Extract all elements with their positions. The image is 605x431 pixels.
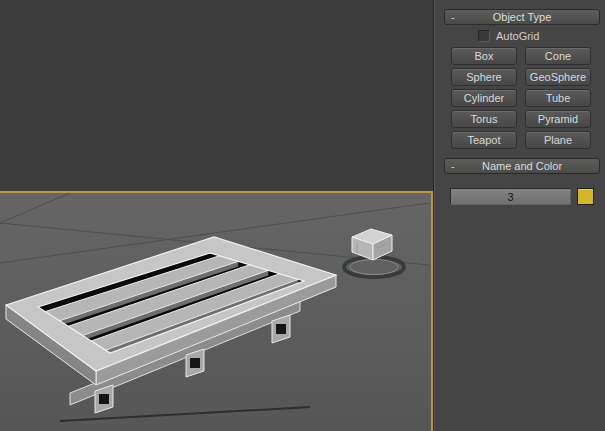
name-color-rollout-title: Name and Color (482, 160, 562, 172)
box-button[interactable]: Box (451, 47, 517, 65)
sphere-button[interactable]: Sphere (451, 68, 517, 86)
pyramid-button[interactable]: Pyramid (525, 110, 591, 128)
command-panel: - Object Type AutoGrid Box Cone Sphere G… (433, 0, 605, 431)
object-name-input[interactable] (450, 188, 571, 205)
viewport-scene (0, 193, 429, 431)
tube-button[interactable]: Tube (525, 89, 591, 107)
torus-button[interactable]: Torus (451, 110, 517, 128)
autogrid-label: AutoGrid (496, 30, 539, 42)
geosphere-button[interactable]: GeoSphere (525, 68, 591, 86)
object-color-swatch[interactable] (577, 188, 594, 205)
teapot-button[interactable]: Teapot (451, 131, 517, 149)
top-viewport-area[interactable] (0, 0, 433, 191)
autogrid-row: AutoGrid (478, 29, 539, 42)
plane-button[interactable]: Plane (525, 131, 591, 149)
cylinder-button[interactable]: Cylinder (451, 89, 517, 107)
name-color-rollout-header[interactable]: - Name and Color (444, 158, 600, 174)
box-model[interactable] (352, 229, 392, 260)
collapse-minus-icon[interactable]: - (451, 159, 455, 173)
object-type-rollout-title: Object Type (493, 11, 552, 23)
perspective-viewport[interactable] (0, 191, 433, 431)
object-type-rollout-header[interactable]: - Object Type (444, 9, 600, 25)
collapse-minus-icon[interactable]: - (451, 10, 455, 24)
pallet-model[interactable] (6, 237, 336, 413)
cone-button[interactable]: Cone (525, 47, 591, 65)
autogrid-checkbox[interactable] (478, 30, 490, 42)
